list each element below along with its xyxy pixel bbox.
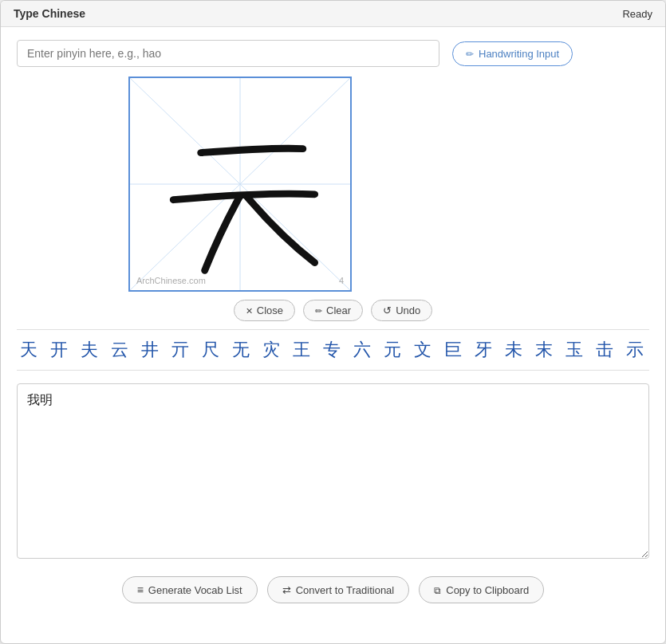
suggestion-char[interactable]: 元: [380, 338, 404, 362]
status-badge: Ready: [622, 8, 652, 20]
suggestion-char[interactable]: 亓: [168, 338, 192, 362]
copy-clipboard-label: Copy to Clipboard: [446, 584, 529, 596]
convert-traditional-button[interactable]: Convert to Traditional: [267, 576, 410, 603]
suggestion-char[interactable]: 王: [290, 338, 313, 362]
suggestions-row: 天开夫云井亓尺无灾王专六元文巨牙未末玉击示刊去灭: [17, 329, 649, 371]
suggestion-char[interactable]: 玉: [562, 338, 586, 362]
x-icon: [246, 304, 253, 316]
pencil-icon: [466, 48, 474, 60]
handwriting-canvas[interactable]: ArchChinese.com 4: [128, 77, 352, 292]
output-textarea[interactable]: 我明: [17, 383, 649, 559]
clear-icon: [315, 304, 322, 316]
suggestion-char[interactable]: 击: [593, 338, 617, 362]
canvas-buttons: Close Clear Undo: [17, 300, 649, 321]
suggestion-char[interactable]: 云: [108, 338, 132, 362]
clear-button[interactable]: Clear: [303, 300, 363, 321]
clear-label: Clear: [326, 304, 351, 316]
suggestion-char[interactable]: 专: [320, 338, 344, 362]
undo-icon: [383, 304, 392, 316]
list-icon: [137, 583, 144, 596]
close-label: Close: [257, 304, 283, 316]
undo-button[interactable]: Undo: [371, 300, 432, 321]
app-window: Type Chinese Ready Handwriting Input: [0, 0, 666, 644]
app-title: Type Chinese: [14, 7, 85, 20]
convert-icon: [282, 584, 291, 596]
suggestion-char[interactable]: 未: [502, 338, 526, 362]
stroke-count: 4: [339, 276, 344, 285]
suggestion-char[interactable]: 井: [138, 338, 162, 362]
convert-traditional-label: Convert to Traditional: [296, 584, 395, 596]
generate-vocab-label: Generate Vocab List: [148, 584, 242, 596]
suggestion-char[interactable]: 六: [350, 338, 374, 362]
copy-icon: [434, 584, 441, 596]
canvas-grid-svg: [130, 78, 350, 290]
bottom-buttons: Generate Vocab List Convert to Tradition…: [17, 576, 649, 619]
handwriting-label: Handwriting Input: [479, 48, 559, 60]
suggestion-char[interactable]: 夫: [77, 338, 101, 362]
pinyin-input[interactable]: [17, 40, 439, 67]
canvas-watermark: ArchChinese.com: [136, 276, 206, 285]
handwriting-input-button[interactable]: Handwriting Input: [452, 41, 573, 66]
suggestion-char[interactable]: 末: [532, 338, 556, 362]
suggestion-char[interactable]: 天: [17, 338, 41, 362]
canvas-inner: [130, 78, 350, 290]
suggestion-char[interactable]: 示: [623, 338, 647, 362]
main-content: Handwriting Input: [1, 27, 665, 632]
suggestion-char[interactable]: 牙: [471, 338, 495, 362]
suggestion-char[interactable]: 开: [47, 338, 71, 362]
suggestion-char[interactable]: 无: [229, 338, 253, 362]
suggestion-char[interactable]: 灾: [259, 338, 283, 362]
suggestion-char[interactable]: 文: [411, 338, 435, 362]
generate-vocab-button[interactable]: Generate Vocab List: [122, 576, 258, 603]
copy-clipboard-button[interactable]: Copy to Clipboard: [419, 576, 544, 603]
suggestion-char[interactable]: 尺: [199, 338, 223, 362]
top-row: Handwriting Input: [17, 40, 649, 67]
close-button[interactable]: Close: [234, 300, 295, 321]
suggestion-char[interactable]: 巨: [441, 338, 465, 362]
title-bar: Type Chinese Ready: [1, 1, 665, 27]
undo-label: Undo: [396, 304, 420, 316]
